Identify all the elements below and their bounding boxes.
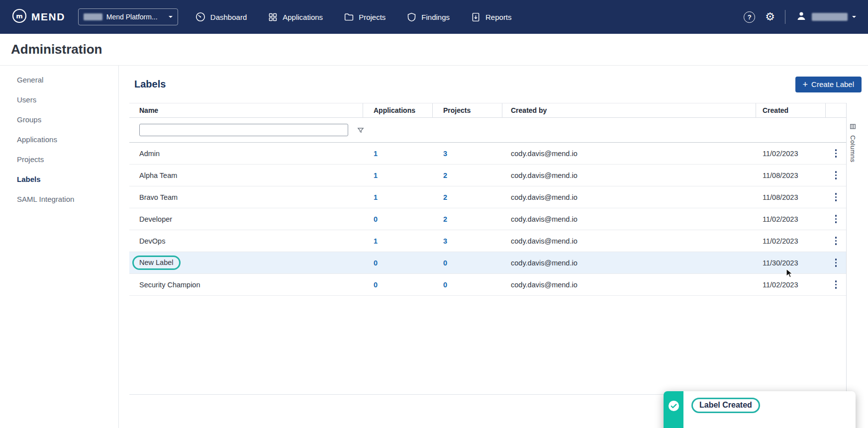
nav-dashboard[interactable]: Dashboard: [195, 11, 247, 22]
page-title: Administration: [11, 42, 102, 57]
column-header-projects[interactable]: Projects: [433, 103, 502, 117]
labels-table: Name Applications Projects Created by Cr…: [129, 103, 847, 418]
row-actions-menu-icon[interactable]: [832, 191, 840, 203]
organization-dropdown[interactable]: Mend Platform...: [78, 8, 178, 25]
sidebar-item-projects[interactable]: Projects: [0, 149, 118, 169]
label-name: Security Champion: [139, 281, 200, 289]
column-header-created[interactable]: Created: [756, 103, 826, 117]
projects-count-link[interactable]: 0: [443, 281, 447, 289]
nav-reports[interactable]: Reports: [471, 12, 512, 22]
row-actions-menu-icon[interactable]: [832, 235, 840, 247]
brand-name: MEND: [31, 11, 65, 23]
user-menu[interactable]: [795, 10, 856, 24]
projects-count-link[interactable]: 3: [443, 150, 447, 158]
row-actions-menu-icon[interactable]: [832, 169, 840, 181]
label-name: Developer: [139, 215, 172, 223]
nav-findings[interactable]: Findings: [406, 12, 450, 22]
row-actions-menu-icon[interactable]: [832, 213, 840, 225]
mend-logo[interactable]: m MEND: [12, 8, 65, 25]
user-avatar-icon: [795, 10, 807, 24]
applications-count-link[interactable]: 0: [374, 259, 378, 267]
toast-message: Label Created: [691, 398, 760, 413]
sidebar-item-groups[interactable]: Groups: [0, 109, 118, 129]
created-date: 11/30/2023: [756, 252, 826, 273]
page-header: Administration: [0, 34, 868, 66]
created-date: 11/02/2023: [756, 230, 826, 252]
label-name: DevOps: [139, 237, 165, 245]
filter-funnel-icon[interactable]: [357, 127, 364, 134]
table-row: Alpha Team 1 2 cody.davis@mend.io 11/08/…: [129, 165, 846, 186]
projects-count-link[interactable]: 2: [443, 193, 447, 201]
columns-icon: [850, 123, 856, 132]
column-header-applications[interactable]: Applications: [363, 103, 433, 117]
organization-dropdown-label: Mend Platform...: [106, 13, 158, 21]
primary-nav: Dashboard Applications Projects: [195, 11, 512, 22]
label-name: Bravo Team: [139, 193, 178, 201]
labels-table-body: Admin 1 3 cody.davis@mend.io 11/02/2023 …: [129, 143, 846, 296]
name-filter-input[interactable]: [139, 124, 348, 136]
sidebar-item-applications[interactable]: Applications: [0, 129, 118, 149]
column-header-created-by[interactable]: Created by: [502, 103, 756, 117]
sidebar-item-users[interactable]: Users: [0, 89, 118, 109]
nav-applications[interactable]: Applications: [268, 12, 323, 22]
sidebar-item-general[interactable]: General: [0, 70, 118, 89]
label-name: Alpha Team: [139, 171, 177, 179]
chevron-down-icon: [169, 16, 173, 20]
applications-count-link[interactable]: 0: [374, 215, 378, 223]
nav-projects[interactable]: Projects: [344, 12, 386, 22]
applications-icon: [268, 12, 278, 22]
findings-shield-icon: [406, 12, 417, 22]
columns-panel-toggle[interactable]: Columns: [847, 103, 859, 418]
filter-row: [129, 118, 846, 143]
labels-section-title: Labels: [134, 79, 166, 90]
row-actions-menu-icon[interactable]: [832, 147, 840, 160]
help-icon[interactable]: ?: [744, 11, 755, 23]
column-header-name[interactable]: Name: [129, 103, 363, 117]
sidebar-item-labels[interactable]: Labels: [0, 169, 118, 189]
projects-count-link[interactable]: 0: [443, 259, 447, 267]
applications-count-link[interactable]: 1: [374, 237, 378, 245]
created-by: cody.davis@mend.io: [502, 143, 756, 164]
redacted-org-prefix: [84, 13, 102, 20]
create-label-button[interactable]: + Create Label: [795, 77, 862, 92]
created-by: cody.davis@mend.io: [502, 252, 756, 273]
created-date: 11/02/2023: [756, 274, 826, 295]
applications-count-link[interactable]: 1: [374, 171, 378, 179]
row-actions-menu-icon[interactable]: [832, 278, 840, 291]
table-header-row: Name Applications Projects Created by Cr…: [129, 103, 846, 118]
applications-count-link[interactable]: 0: [374, 281, 378, 289]
dashboard-icon: [195, 11, 206, 22]
column-header-actions: [826, 103, 846, 117]
nav-divider: [785, 10, 785, 24]
columns-panel-label: Columns: [849, 135, 857, 163]
projects-folder-icon: [344, 12, 354, 22]
svg-text:m: m: [16, 12, 23, 20]
created-by: cody.davis@mend.io: [502, 186, 756, 208]
row-actions-menu-icon[interactable]: [832, 257, 840, 269]
create-label-button-label: Create Label: [811, 80, 854, 88]
projects-count-link[interactable]: 2: [443, 215, 447, 223]
created-date: 11/02/2023: [756, 208, 826, 230]
sidebar-item-saml-integration[interactable]: SAML Integration: [0, 189, 118, 209]
topnav-right-cluster: ? ⚙: [744, 10, 856, 24]
table-row: Bravo Team 1 2 cody.davis@mend.io 11/08/…: [129, 186, 846, 208]
chevron-down-icon: [852, 16, 856, 20]
mend-logo-icon: m: [12, 8, 27, 25]
redacted-username: [812, 13, 848, 21]
toast-success-strip: [664, 391, 683, 428]
table-row: Security Champion 0 0 cody.davis@mend.io…: [129, 274, 846, 296]
created-date: 11/08/2023: [756, 165, 826, 186]
projects-count-link[interactable]: 2: [443, 171, 447, 179]
labels-content: Labels + Create Label Name Applications …: [119, 66, 868, 428]
table-row: New Label 0 0 cody.davis@mend.io 11/30/2…: [129, 252, 846, 274]
created-date: 11/08/2023: [756, 186, 826, 208]
applications-count-link[interactable]: 1: [374, 150, 378, 158]
applications-count-link[interactable]: 1: [374, 193, 378, 201]
nav-applications-label: Applications: [283, 13, 323, 21]
nav-findings-label: Findings: [421, 13, 450, 21]
projects-count-link[interactable]: 3: [443, 237, 447, 245]
created-by: cody.davis@mend.io: [502, 165, 756, 186]
plus-icon: +: [803, 80, 808, 89]
nav-reports-label: Reports: [485, 13, 512, 21]
gear-icon[interactable]: ⚙: [765, 11, 775, 22]
